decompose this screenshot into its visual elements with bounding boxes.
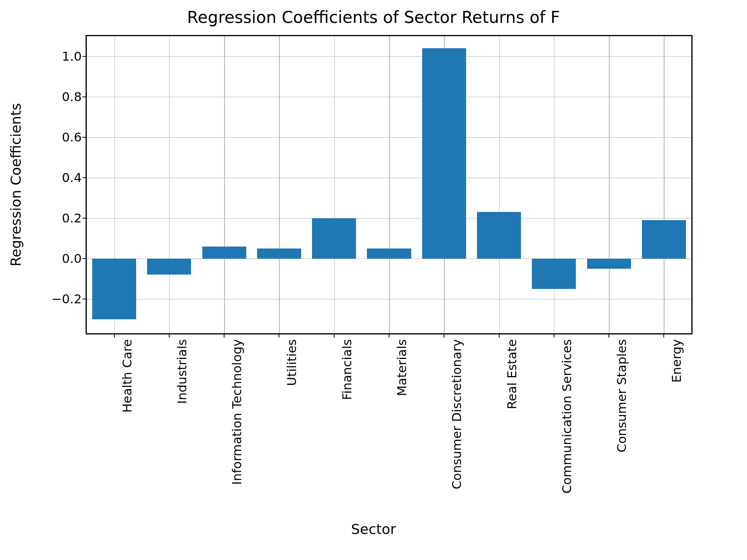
bar: [92, 259, 136, 319]
x-tick-label: Health Care: [120, 339, 135, 495]
y-tick-label: 0.6: [35, 130, 82, 145]
y-tick-mark: [82, 56, 86, 57]
y-tick-label: 1.0: [35, 49, 82, 64]
x-tick-label: Consumer Staples: [614, 339, 629, 495]
y-tick-mark: [82, 299, 86, 299]
gridline-v: [609, 36, 610, 333]
y-tick-label: 0.4: [35, 170, 82, 185]
y-tick-mark: [82, 258, 86, 259]
gridline-v: [664, 36, 665, 333]
x-tick-mark: [608, 334, 609, 338]
chart-figure: Regression Coefficients of Sector Return…: [0, 0, 747, 560]
y-tick-label: 0.8: [35, 89, 82, 104]
x-tick-label: Information Technology: [230, 339, 244, 495]
y-tick-mark: [82, 218, 86, 219]
bar: [587, 259, 631, 269]
x-tick-mark: [334, 334, 335, 338]
gridline-v: [169, 36, 170, 333]
x-tick-mark: [663, 334, 664, 338]
x-tick-label: Consumer Discretionary: [449, 339, 464, 495]
plot-area: [86, 35, 693, 334]
y-tick-label: 0.2: [35, 211, 82, 226]
x-tick-label: Communication Services: [559, 339, 574, 495]
x-axis-label: Sector: [0, 521, 747, 537]
bar: [422, 48, 466, 259]
x-tick-mark: [554, 334, 554, 338]
gridline-v: [279, 36, 280, 333]
x-tick-label: Industrials: [175, 339, 189, 495]
gridline-v: [499, 36, 500, 333]
x-tick-mark: [279, 334, 279, 338]
bar: [202, 247, 246, 259]
bar: [477, 212, 521, 259]
chart-title: Regression Coefficients of Sector Return…: [0, 8, 747, 27]
x-tick-mark: [224, 334, 224, 338]
x-tick-mark: [499, 334, 500, 338]
bar: [532, 259, 576, 289]
x-tick-mark: [169, 334, 170, 338]
gridline-v: [224, 36, 225, 333]
x-tick-mark: [389, 334, 389, 338]
bar: [312, 218, 356, 259]
y-tick-label: 0.0: [35, 251, 82, 266]
y-tick-mark: [82, 137, 86, 138]
x-tick-label: Financials: [340, 339, 354, 495]
bar: [367, 248, 411, 259]
x-tick-label: Energy: [669, 339, 684, 495]
y-tick-mark: [82, 177, 86, 178]
bar: [257, 248, 301, 259]
y-tick-label: −0.2: [35, 292, 82, 306]
x-tick-mark: [444, 334, 444, 338]
bar: [642, 220, 686, 259]
gridline-v: [389, 36, 390, 333]
bar: [147, 259, 191, 275]
x-tick-label: Materials: [395, 339, 409, 495]
y-axis-label: Regression Coefficients: [8, 103, 24, 266]
x-tick-label: Utilities: [284, 339, 299, 495]
x-tick-mark: [114, 334, 115, 338]
y-tick-mark: [82, 96, 86, 97]
x-tick-label: Real Estate: [505, 339, 519, 495]
gridline-v: [334, 36, 335, 333]
